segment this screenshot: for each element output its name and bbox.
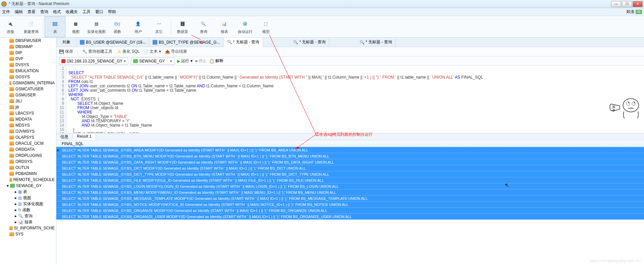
tb-datapump[interactable]: 🗄️数据泵 bbox=[172, 16, 193, 37]
tree-child-函数[interactable]: ▸ fx 函数 bbox=[0, 207, 56, 213]
schema-icon bbox=[133, 59, 138, 63]
tree-node-pdbadmin[interactable]: PDBADMIN bbox=[0, 171, 56, 177]
builder-button[interactable]: 🔧 查询创建工具 bbox=[82, 49, 112, 54]
tab-untitled-2[interactable]: 🔍* 无标题 - 查询 bbox=[290, 38, 329, 47]
tree-node-dbsnmp[interactable]: DBSNMP bbox=[0, 44, 56, 50]
stop-icon: ■ bbox=[195, 59, 198, 63]
schema-combo[interactable]: SEWAGE_GY ▾ bbox=[131, 57, 174, 65]
tree-node-gsmcatuser[interactable]: GSMCATUSER bbox=[0, 86, 56, 92]
results-grid[interactable]: FINAL_SQL SELECT 'ALTER TABLE SEWAGE_GY.… bbox=[56, 140, 644, 264]
tree-node-jili[interactable]: JILI bbox=[0, 98, 56, 104]
column-header[interactable]: FINAL_SQL bbox=[56, 140, 644, 147]
tree-node-ggsys[interactable]: GGSYS bbox=[0, 74, 56, 80]
menu-tools[interactable]: 工具 bbox=[83, 9, 91, 15]
tb-query[interactable]: 🔍查询 bbox=[193, 16, 214, 37]
editor-tabs: 对象 BS_USER @SEWAGE_GY (19... BS_DICT_TYP… bbox=[56, 38, 644, 47]
menubar: 文件 编辑 查看 查询 格式 收藏夹 工具 窗口 帮助 郑清 96 bbox=[0, 8, 644, 16]
tb-other[interactable]: ⋯其它 bbox=[149, 16, 169, 37]
tree-node-sewage_gy[interactable]: ▾ SEWAGE_GY bbox=[0, 183, 56, 189]
tree-node-oracle_ocm[interactable]: ORACLE_OCM bbox=[0, 140, 56, 146]
db-tree[interactable]: DBSFWUSER DBSNMP DIP DVF DVSYS EMULATION… bbox=[0, 38, 56, 264]
server-combo[interactable]: 192.168.10.226_SEWAGE_GY ▾ bbox=[59, 57, 128, 65]
result-row[interactable]: SELECT 'ALTER TABLE SEWAGE_GY.BS_MENU MO… bbox=[56, 189, 644, 195]
tree-node-dip[interactable]: DIP bbox=[0, 50, 56, 56]
tb-new-query[interactable]: 📄新建查询 bbox=[21, 16, 42, 37]
result-row[interactable]: SELECT 'ALTER TABLE SEWAGE_GY.BS_ORGANIZ… bbox=[56, 214, 644, 220]
tree-node-ordplugins[interactable]: ORDPLUGINS bbox=[0, 152, 56, 159]
explain-button[interactable]: 📋 解释 bbox=[209, 58, 223, 64]
tree-node-olapsys[interactable]: OLAPSYS bbox=[0, 134, 56, 140]
chevron-down-icon: ▾ bbox=[170, 59, 172, 63]
beautify-button[interactable]: ✨ 美化 SQL bbox=[116, 49, 140, 54]
tree-node-mdsys[interactable]: MDSYS bbox=[0, 122, 56, 128]
tree-node-dvf[interactable]: DVF bbox=[0, 56, 56, 62]
menu-window[interactable]: 窗口 bbox=[95, 9, 103, 15]
tb-view[interactable]: ▦视图 bbox=[65, 16, 86, 37]
tree-node-jili[interactable]: jili bbox=[0, 104, 56, 110]
tab-bs-dict-type[interactable]: BS_DICT_TYPE @SEWAGE_G... bbox=[149, 38, 223, 47]
tb-report[interactable]: 📊报表 bbox=[214, 16, 235, 37]
tree-node-lbacsys[interactable]: LBACSYS bbox=[0, 110, 56, 116]
result-row[interactable]: SELECT 'ALTER TABLE SEWAGE_GY.BS_NOTICE … bbox=[56, 202, 644, 208]
tb-user[interactable]: 👤用户 bbox=[128, 16, 149, 37]
result-row[interactable]: SELECT 'ALTER TABLE SEWAGE_GY.BS_DICT_TY… bbox=[56, 171, 644, 177]
stop-button[interactable]: ■ 停止 bbox=[195, 58, 207, 64]
tab-bs-user[interactable]: BS_USER @SEWAGE_GY (19... bbox=[76, 38, 149, 47]
text-dropdown[interactable]: 📄 文本 ▾ bbox=[144, 49, 161, 54]
save-button[interactable]: 💾 保存 bbox=[59, 49, 73, 54]
close-button[interactable]: ✕ bbox=[633, 1, 643, 7]
tree-node-outln[interactable]: OUTLN bbox=[0, 165, 56, 171]
tree-child-表[interactable]: ▸ ▦ 表 bbox=[0, 189, 56, 195]
tb-table[interactable]: 表 bbox=[45, 16, 65, 37]
tab-untitled-3[interactable]: 🔍* 无标题 - 查询 bbox=[356, 38, 396, 47]
result-row[interactable]: SELECT 'ALTER TABLE SEWAGE_GY.BS_DICT MO… bbox=[56, 165, 644, 171]
result-row[interactable]: SELECT 'ALTER TABLE SEWAGE_GY.BS_ORGANIZ… bbox=[56, 208, 644, 214]
tree-child-查询[interactable]: ▸ 🔍 查询 bbox=[0, 213, 56, 219]
menu-format[interactable]: 格式 bbox=[53, 9, 61, 15]
result-row[interactable]: SELECT 'ALTER TABLE SEWAGE_GY.BS_LOGIN M… bbox=[56, 183, 644, 189]
run-button[interactable]: ▶ 运行 ▾ bbox=[177, 58, 192, 64]
tb-function[interactable]: f(x)函数 bbox=[107, 16, 128, 37]
result-row[interactable]: SELECT 'ALTER TABLE SEWAGE_GY.BS_FILE MO… bbox=[56, 177, 644, 183]
tree-node-orddata[interactable]: ORDDATA bbox=[0, 146, 56, 152]
menu-view[interactable]: 查看 bbox=[28, 9, 36, 15]
tree-node-emulation[interactable]: EMULATION bbox=[0, 68, 56, 74]
tree-node-dbsfwuser[interactable]: DBSFWUSER bbox=[0, 38, 56, 44]
tb-mview[interactable]: ▤实体化视图 bbox=[86, 16, 107, 37]
tree-node-sys[interactable]: SYS bbox=[0, 231, 56, 237]
result-row[interactable]: SELECT 'ALTER TABLE SEWAGE_GY.BS_AREA MO… bbox=[56, 147, 644, 153]
code-area[interactable]: SELECT 'SELECT ''ALTER TABLE SEWAGE_GY.'… bbox=[66, 66, 644, 133]
app-icon bbox=[1, 1, 7, 7]
minimize-button[interactable]: — bbox=[611, 1, 621, 7]
tree-node-gsmuser[interactable]: GSMUSER bbox=[0, 92, 56, 98]
maximize-button[interactable]: ☐ bbox=[622, 1, 632, 7]
tab-objects[interactable]: 对象 bbox=[56, 38, 76, 47]
result-row[interactable]: SELECT 'ALTER TABLE SEWAGE_GY.BS_BTN_MEN… bbox=[56, 153, 644, 159]
result-row[interactable]: SELECT 'ALTER TABLE SEWAGE_GY.BS_MESSAGE… bbox=[56, 195, 644, 202]
tb-connect[interactable]: 🔌连接 bbox=[0, 16, 21, 37]
tree-node-si_informtn_sche[interactable]: SI_INFORMTN_SCHE bbox=[0, 225, 56, 231]
export-button[interactable]: 📤 导出结果 bbox=[165, 49, 187, 54]
tab-info[interactable]: 信息 bbox=[56, 133, 73, 140]
tab-result-1[interactable]: Result 1 bbox=[73, 133, 96, 140]
menu-help[interactable]: 帮助 bbox=[108, 9, 116, 15]
tree-node-gsmadmin_interna[interactable]: GSMADMIN_INTERNA bbox=[0, 80, 56, 86]
user-badge[interactable]: 郑清 96 bbox=[626, 9, 642, 15]
tb-model[interactable]: ⬚模型 bbox=[256, 16, 276, 37]
tree-child-实体化视图[interactable]: ▸ ▥ 实体化视图 bbox=[0, 201, 56, 207]
tab-untitled-1[interactable]: 🔍* 无标题 - 查询 bbox=[224, 38, 263, 47]
tree-child-报表[interactable]: ▸ 📊 报表 bbox=[0, 219, 56, 225]
tree-node-remote_schedule[interactable]: REMOTE_SCHEDULE bbox=[0, 177, 56, 183]
tree-node-mddata[interactable]: MDDATA bbox=[0, 116, 56, 122]
menu-query[interactable]: 查询 bbox=[40, 9, 48, 15]
tree-child-视图[interactable]: ▸ ▤ 视图 bbox=[0, 195, 56, 201]
tb-autorun[interactable]: ⚙️自动运行 bbox=[235, 16, 256, 37]
menu-edit[interactable]: 编辑 bbox=[15, 9, 23, 15]
menu-file[interactable]: 文件 bbox=[2, 9, 10, 15]
tree-node-dvsys[interactable]: DVSYS bbox=[0, 62, 56, 68]
tree-node-ojvmsys[interactable]: OJVMSYS bbox=[0, 128, 56, 134]
menu-favorites[interactable]: 收藏夹 bbox=[66, 9, 78, 15]
result-row[interactable]: SELECT 'ALTER TABLE SEWAGE_GY.BS_DATA_RI… bbox=[56, 159, 644, 165]
sql-editor[interactable]: 12345678910111213141516 SELECT 'SELECT '… bbox=[56, 66, 644, 133]
tree-node-ordsys[interactable]: ORDSYS bbox=[0, 159, 56, 165]
